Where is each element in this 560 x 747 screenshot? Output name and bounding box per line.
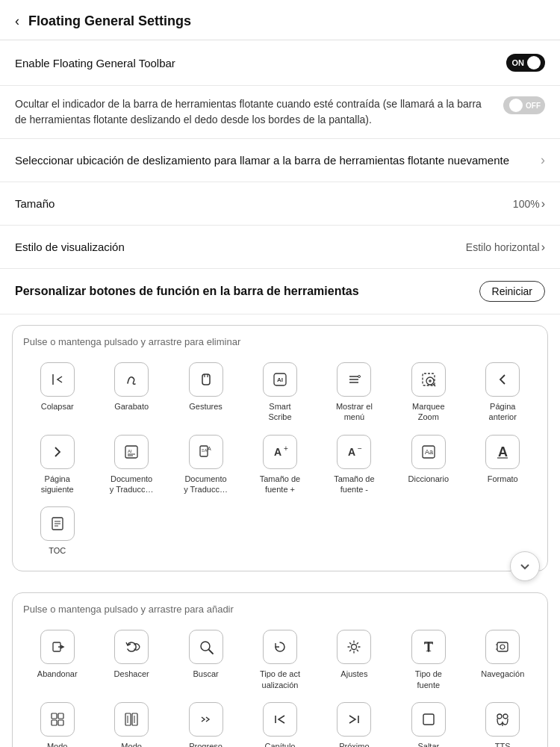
svg-text:A: A <box>274 446 281 458</box>
tool-font-size-minus[interactable]: A − Tamaño defuente - <box>317 430 391 503</box>
toggle-circle-off <box>509 99 523 112</box>
select-location-row[interactable]: Seleccionar ubicación de deslizamiento p… <box>0 139 560 182</box>
tool-formato[interactable]: A Formato <box>466 430 540 503</box>
tool-garabato[interactable]: Garabato <box>94 358 168 430</box>
svg-rect-48 <box>52 720 57 725</box>
saltar-icon <box>411 702 446 737</box>
gestures-icon <box>189 362 223 397</box>
capitulo-anterior-label: Capítuloanterior <box>264 741 295 747</box>
svg-point-57 <box>497 714 502 719</box>
tool-modo-comic[interactable]: ModoCómic <box>20 698 94 747</box>
tool-progreso[interactable]: Progreso <box>169 698 243 747</box>
tool-diccionario[interactable]: Aa Diccionario <box>391 430 465 503</box>
font-size-minus-label: Tamaño defuente - <box>334 474 374 495</box>
formato-label: Formato <box>488 474 518 484</box>
pagina-anterior-label: Páginaanterior <box>489 401 517 423</box>
tool-proximo-capitulo[interactable]: Próximocapítulo <box>317 698 391 747</box>
tool-pagina-siguiente[interactable]: Páginasiguiente <box>20 430 94 503</box>
tool-tipo-act[interactable]: Tipo de actualización <box>243 625 317 698</box>
tool-mostrar-menu[interactable]: Mostrar el menú <box>317 358 391 430</box>
proximo-capitulo-label: Próximocapítulo <box>339 741 369 747</box>
svg-line-37 <box>209 650 213 654</box>
svg-text:AI: AI <box>277 376 283 383</box>
display-style-label: Estilo de visualización <box>15 239 466 255</box>
tool-doc-translate[interactable]: ≡A A Documentoy Traducc… <box>169 430 243 503</box>
colapsar-label: Colapsar <box>41 401 74 412</box>
toggle-off-label: OFF <box>526 102 541 110</box>
deshacer-label: Deshacer <box>114 669 149 679</box>
font-size-plus-icon: A + <box>263 435 297 469</box>
tool-smart-scribe[interactable]: AI SmartScribe <box>243 358 317 430</box>
ai-read-icon: AI <box>114 435 149 469</box>
svg-rect-47 <box>58 713 63 719</box>
size-value: 100% › <box>513 197 545 211</box>
display-style-row[interactable]: Estilo de visualización Estilo horizonta… <box>0 226 560 269</box>
tool-font-size-plus[interactable]: A + Tamaño defuente + <box>243 430 317 503</box>
svg-rect-49 <box>58 720 63 725</box>
size-label: Tamaño <box>15 196 513 211</box>
svg-text:Aa: Aa <box>425 448 433 456</box>
page-title: Floating General Settings <box>28 13 191 29</box>
svg-text:A: A <box>498 444 508 459</box>
marquee-zoom-icon <box>411 362 446 397</box>
formato-icon: A <box>485 435 520 469</box>
size-row[interactable]: Tamaño 100% › <box>0 182 560 226</box>
hide-indicator-toggle[interactable]: OFF <box>503 96 545 114</box>
tool-abandonar[interactable]: Abandonar <box>20 625 94 698</box>
smart-scribe-icon: AI <box>263 362 297 397</box>
garabato-icon <box>114 362 149 397</box>
tools-remove-grid: Colapsar Garabato Gestures <box>20 358 540 563</box>
tool-buscar[interactable]: Buscar <box>169 625 243 698</box>
display-style-value: Estilo horizontal › <box>466 241 545 254</box>
svg-text:+: + <box>284 444 288 453</box>
mostrar-menu-label: Mostrar el menú <box>332 401 376 423</box>
enable-toolbar-toggle[interactable]: ON <box>506 54 546 72</box>
ajustes-icon <box>337 630 371 664</box>
tool-tipo-fuente[interactable]: T Tipo defuente <box>391 625 465 698</box>
tipo-fuente-icon: T <box>411 630 446 664</box>
pagina-anterior-icon <box>485 362 520 397</box>
scroll-down-fab[interactable] <box>510 551 540 581</box>
header: ‹ Floating General Settings <box>0 0 560 40</box>
diccionario-icon: Aa <box>411 435 446 469</box>
toc-icon <box>40 506 75 541</box>
tool-navegacion[interactable]: Navegación <box>466 625 540 698</box>
chevron-right-icon: › <box>541 152 545 168</box>
display-style-chevron-icon: › <box>541 241 545 254</box>
navegacion-label: Navegación <box>481 669 524 679</box>
svg-point-43 <box>500 645 505 649</box>
smart-scribe-label: SmartScribe <box>268 401 291 423</box>
navegacion-icon <box>485 630 520 664</box>
tool-pagina-anterior[interactable]: Páginaanterior <box>466 358 540 430</box>
tool-capitulo-anterior[interactable]: Capítuloanterior <box>243 698 317 747</box>
enable-toolbar-row: Enable Floating General Toolbar ON <box>0 40 560 86</box>
ai-read-label: Documento y Traducc… <box>109 474 154 495</box>
toc-label: TOC <box>49 545 66 556</box>
buscar-icon <box>189 630 223 664</box>
tool-ajustes[interactable]: Ajustes <box>317 625 391 698</box>
mostrar-menu-icon <box>337 362 371 397</box>
tool-colapsar[interactable]: Colapsar <box>20 358 94 430</box>
hide-indicator-row: Ocultar el indicador de la barra de herr… <box>0 86 560 139</box>
back-icon[interactable]: ‹ <box>15 13 19 29</box>
toggle-circle <box>527 56 541 69</box>
abandonar-label: Abandonar <box>37 669 78 679</box>
tool-tts[interactable]: TTS <box>466 698 540 747</box>
tool-gestures[interactable]: Gestures <box>169 358 243 430</box>
tool-modo-articulo[interactable]: ModoArtículo <box>94 698 168 747</box>
tool-saltar[interactable]: Saltar <box>391 698 465 747</box>
tool-toc[interactable]: TOC <box>20 502 94 563</box>
svg-rect-1 <box>202 374 210 385</box>
pagina-siguiente-icon <box>40 435 75 469</box>
tools-remove-container: Pulse o mantenga pulsado y arrastre para… <box>12 325 548 571</box>
tool-marquee-zoom[interactable]: MarqueeZoom <box>391 358 465 430</box>
buscar-label: Buscar <box>193 669 218 679</box>
tool-deshacer[interactable]: Deshacer <box>94 625 168 698</box>
tool-ai-read[interactable]: AI Documento y Traducc… <box>94 430 168 503</box>
modo-articulo-icon <box>114 702 149 737</box>
tools-add-grid: Abandonar Deshacer Buscar <box>20 625 540 747</box>
reiniciar-button[interactable]: Reiniciar <box>479 281 545 302</box>
gestures-label: Gestures <box>189 401 223 412</box>
svg-text:A: A <box>348 446 355 458</box>
doc-translate-label: Documentoy Traducc… <box>184 474 228 495</box>
